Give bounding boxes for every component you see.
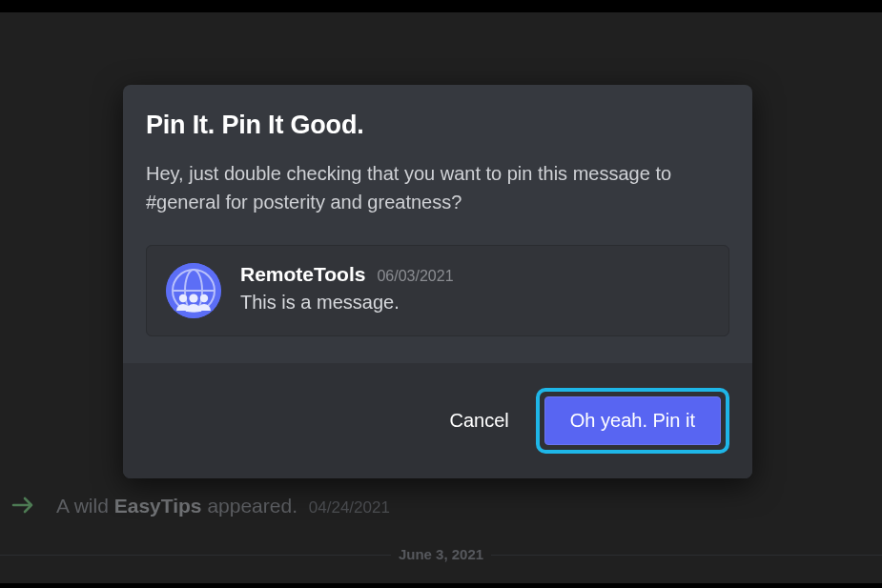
message-preview: RemoteTools 06/03/2021 This is a message… [146,245,729,336]
system-message-username: EasyTips [114,495,202,517]
message-timestamp: 06/03/2021 [377,268,453,285]
system-message-prefix: A wild [56,495,114,517]
cancel-button[interactable]: Cancel [446,402,513,439]
letterbox-bottom [0,583,882,588]
divider-date-label: June 3, 2021 [391,546,491,562]
message-header: RemoteTools 06/03/2021 [240,263,454,286]
modal-body: Pin It. Pin It Good. Hey, just double ch… [123,85,752,363]
date-divider: June 3, 2021 [0,546,882,562]
letterbox-top [0,0,882,12]
system-message-row: A wild EasyTips appeared. 04/24/2021 [10,494,390,517]
svg-point-5 [200,294,208,302]
avatar [166,263,221,318]
system-message-suffix: appeared. [202,495,297,517]
message-content: This is a message. [240,292,454,314]
confirm-button-highlight: Oh yeah. Pin it [536,388,729,454]
modal-title: Pin It. Pin It Good. [146,111,729,140]
system-message-text: A wild EasyTips appeared. 04/24/2021 [56,496,390,516]
message-author: RemoteTools [240,263,365,286]
svg-point-4 [189,294,197,302]
system-message-date: 04/24/2021 [309,498,390,517]
pin-message-modal: Pin It. Pin It Good. Hey, just double ch… [123,85,752,478]
confirm-pin-button[interactable]: Oh yeah. Pin it [544,396,721,445]
svg-point-3 [179,294,187,302]
arrow-right-icon [10,494,37,517]
modal-footer: Cancel Oh yeah. Pin it [123,363,752,478]
message-body: RemoteTools 06/03/2021 This is a message… [240,263,454,314]
modal-description: Hey, just double checking that you want … [146,159,729,216]
